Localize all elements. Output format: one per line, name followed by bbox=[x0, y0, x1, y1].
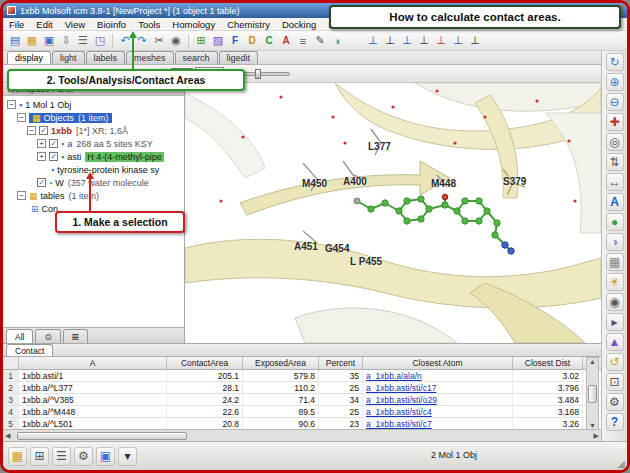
header-a[interactable]: A bbox=[19, 357, 167, 369]
pencil-icon[interactable]: ✎ bbox=[312, 33, 328, 49]
menu-view[interactable]: View bbox=[59, 18, 91, 30]
read-pdb-icon[interactable]: ⇩ bbox=[58, 33, 74, 49]
plot-icon[interactable]: ▨ bbox=[210, 33, 226, 49]
scrollbar-thumb[interactable] bbox=[588, 385, 597, 403]
tree-row-tables[interactable]: − ▦ tables (1 item) bbox=[3, 189, 184, 202]
clip-slider-thumb[interactable] bbox=[255, 69, 261, 79]
open-project-icon[interactable]: ▦ bbox=[8, 447, 27, 466]
save-file-icon[interactable]: ▣ bbox=[41, 33, 57, 49]
letter-d-icon[interactable]: D bbox=[244, 33, 260, 49]
tab-ligedit[interactable]: ligedit bbox=[219, 51, 259, 64]
header-closest-dist[interactable]: Closest Dist bbox=[513, 357, 583, 369]
label-toggle-3-icon[interactable]: ⊥ bbox=[399, 33, 415, 49]
table-horizontal-scrollbar[interactable]: ◀ ▶ bbox=[3, 429, 601, 441]
html-doc-icon[interactable]: ◳ bbox=[92, 33, 108, 49]
menu-bioinfo[interactable]: Bioinfo bbox=[91, 18, 132, 30]
workspace-tab-tables[interactable]: ⊞ bbox=[63, 329, 88, 343]
letter-f-icon[interactable]: F bbox=[227, 33, 243, 49]
align-icon[interactable]: ≡ bbox=[295, 33, 311, 49]
graphics-view[interactable]: L377 M450 A400 M448 S379 A451 G454 L P45… bbox=[185, 83, 601, 343]
header-percent[interactable]: Percent bbox=[319, 357, 363, 369]
tree-row-asti[interactable]: + ✓ ▪ asti H 4-(4-methyl-pipe bbox=[3, 150, 184, 163]
menu-tools[interactable]: Tools bbox=[132, 18, 166, 30]
sequence-icon[interactable]: A bbox=[278, 33, 294, 49]
menu-file[interactable]: File bbox=[3, 18, 30, 30]
expand-icon[interactable]: + bbox=[37, 152, 46, 161]
menu-homology[interactable]: Homology bbox=[166, 18, 221, 30]
pan-icon[interactable]: ⇅ bbox=[606, 153, 624, 171]
closest-atom-link[interactable]: a_1xbb.asti/sti/c7 bbox=[366, 419, 432, 429]
scrollbar-thumb[interactable] bbox=[17, 432, 187, 440]
movie-icon[interactable]: ▸ bbox=[606, 313, 624, 331]
closest-atom-link[interactable]: a_1xbb.asti/sti/c17 bbox=[366, 383, 436, 393]
closest-atom-link[interactable]: a_1xbb.asti/sti/c4 bbox=[366, 407, 432, 417]
checkbox-checked-icon[interactable]: ✓ bbox=[39, 126, 48, 135]
menu-docking[interactable]: Docking bbox=[276, 18, 322, 30]
mesh-icon[interactable]: ▦ bbox=[606, 253, 624, 271]
tree-row-objects[interactable]: − ▦ Objects (1 item) bbox=[3, 111, 184, 124]
label-toggle-4-icon[interactable]: ⊥ bbox=[416, 33, 432, 49]
checkbox-checked-icon[interactable]: ✓ bbox=[49, 139, 58, 148]
tab-search[interactable]: search bbox=[175, 51, 218, 64]
more-icon[interactable]: ▾ bbox=[118, 447, 137, 466]
snapshot-icon[interactable]: ◉ bbox=[168, 33, 184, 49]
zoom-in-icon[interactable]: ⊕ bbox=[606, 73, 624, 91]
tab-display[interactable]: display bbox=[7, 51, 51, 64]
tab-light[interactable]: light bbox=[52, 51, 85, 64]
label-toggle-7-icon[interactable]: ⊥ bbox=[467, 33, 483, 49]
header-contactarea[interactable]: ContactArea bbox=[167, 357, 243, 369]
scroll-down-icon[interactable]: ▼ bbox=[589, 422, 596, 429]
scroll-right-icon[interactable]: ▶ bbox=[594, 432, 599, 440]
gear-icon[interactable]: ⚙ bbox=[74, 447, 93, 466]
reset-view-icon[interactable]: ↺ bbox=[606, 353, 624, 371]
cut-icon[interactable]: ✂ bbox=[151, 33, 167, 49]
resize-grip[interactable]: ◢ bbox=[617, 458, 625, 469]
collapse-icon[interactable]: − bbox=[17, 191, 26, 200]
rotate-icon[interactable]: ↻ bbox=[606, 53, 624, 71]
label-atom-icon[interactable]: A bbox=[606, 193, 624, 211]
expand-icon[interactable]: + bbox=[37, 139, 46, 148]
color-by-icon[interactable]: ● bbox=[606, 213, 624, 231]
tab-contact[interactable]: Contact bbox=[6, 344, 53, 356]
graph-icon[interactable]: ▲ bbox=[606, 333, 624, 351]
menu-edit[interactable]: Edit bbox=[30, 18, 58, 30]
checkbox-checked-icon[interactable]: ✓ bbox=[49, 152, 58, 161]
tab-labels[interactable]: labels bbox=[86, 51, 126, 64]
collapse-icon[interactable]: − bbox=[17, 113, 26, 122]
origin-icon[interactable]: ◎ bbox=[606, 133, 624, 151]
table-view-icon[interactable]: ⊞ bbox=[30, 447, 49, 466]
table-row[interactable]: 2 1xbb.a/^L377 28.1 110.2 25 a_1xbb.asti… bbox=[3, 382, 601, 394]
gear-icon[interactable]: ⚙ bbox=[606, 393, 624, 411]
collapse-icon[interactable]: − bbox=[27, 126, 36, 135]
surface-icon[interactable]: ◑ bbox=[606, 233, 624, 251]
header-closest-atom[interactable]: Closest Atom bbox=[363, 357, 513, 369]
scroll-left-icon[interactable]: ◀ bbox=[5, 432, 10, 440]
table-row[interactable]: 1 1xbb.asti/1 205.1 579.8 35 a_1xbb.a/al… bbox=[3, 370, 601, 382]
table-row[interactable]: 3 1xbb.a/^V385 24.2 71.4 34 a_1xbb.asti/… bbox=[3, 394, 601, 406]
print-icon[interactable]: ☰ bbox=[75, 33, 91, 49]
letter-c-icon[interactable]: C bbox=[261, 33, 277, 49]
new-file-icon[interactable]: ▤ bbox=[7, 33, 23, 49]
workspace-tab-all[interactable]: All bbox=[6, 329, 33, 343]
table-row[interactable]: 4 1xbb.a/^M448 22.6 89.5 25 a_1xbb.asti/… bbox=[3, 406, 601, 418]
closest-atom-link[interactable]: a_1xbb.a/ala/n bbox=[366, 371, 422, 381]
color-wheel-icon[interactable]: ◑ bbox=[329, 33, 345, 49]
open-folder-icon[interactable]: ▦ bbox=[24, 33, 40, 49]
collapse-icon[interactable]: − bbox=[7, 100, 16, 109]
tree-row-summary[interactable]: − ▪ 1 Mol 1 Obj bbox=[3, 98, 184, 111]
measure-icon[interactable]: ↔ bbox=[606, 173, 624, 191]
menu-chemistry[interactable]: Chemistry bbox=[221, 18, 276, 30]
light-icon[interactable]: ☀ bbox=[606, 273, 624, 291]
label-toggle-5-icon[interactable]: ⊥ bbox=[433, 33, 449, 49]
terminal-icon[interactable]: ☰ bbox=[52, 447, 71, 466]
tree-row-1xbb[interactable]: − ✓ 1xbb [1*] XR; 1.6Å bbox=[3, 124, 184, 137]
camera-icon[interactable]: ◉ bbox=[606, 293, 624, 311]
scroll-up-icon[interactable]: ▲ bbox=[589, 358, 596, 365]
checkbox-checked-icon[interactable]: ✓ bbox=[37, 178, 46, 187]
table-vertical-scrollbar[interactable]: ▲ ▼ bbox=[586, 357, 599, 430]
table-icon[interactable]: ⊞ bbox=[193, 33, 209, 49]
center-cross-icon[interactable]: ✚ bbox=[606, 113, 624, 131]
fullscreen-icon[interactable]: ⊡ bbox=[606, 373, 624, 391]
label-toggle-2-icon[interactable]: ⊥ bbox=[382, 33, 398, 49]
label-toggle-1-icon[interactable]: ⊥ bbox=[365, 33, 381, 49]
